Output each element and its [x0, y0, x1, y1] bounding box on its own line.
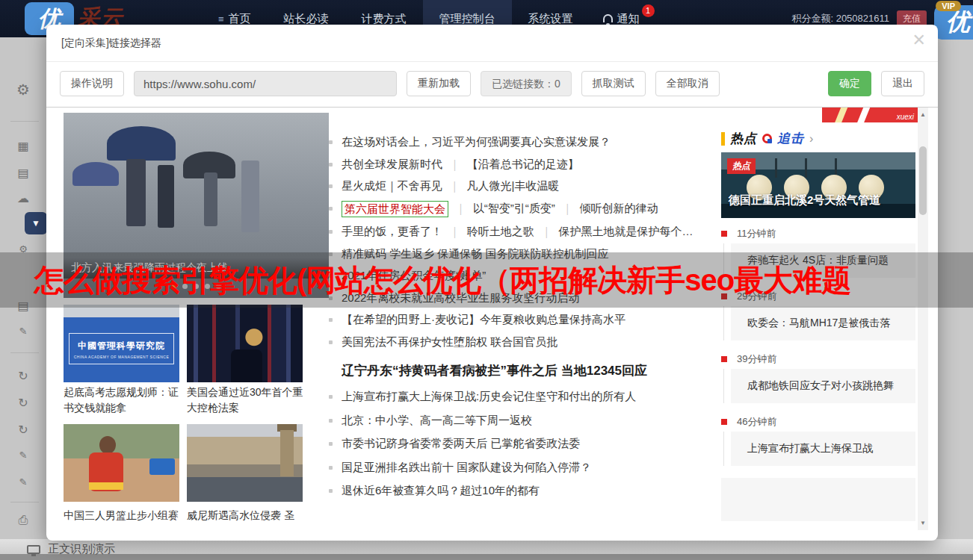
- person-shape: [126, 159, 146, 226]
- headline-item[interactable]: 美国宪法不再保护女性堕胎权 联合国官员批: [329, 335, 723, 350]
- timeline-news-card[interactable]: 成都地铁回应女子对小孩跳艳舞: [731, 369, 915, 403]
- headline-item[interactable]: 北京：中小学、高一高二等下周一返校: [329, 413, 723, 429]
- bullet-icon: [329, 442, 333, 446]
- edit-icon[interactable]: ✎: [0, 326, 46, 337]
- photo-card-venice[interactable]: [187, 424, 303, 502]
- promo-banner[interactable]: xuexi: [822, 107, 918, 122]
- bullet-icon: [329, 184, 333, 188]
- scroll-up-arrow[interactable]: ▲: [918, 111, 928, 118]
- headline-item[interactable]: 退休近6年被查算久吗？超过10年的都有: [329, 483, 723, 499]
- headline-item-highlighted[interactable]: 第六届世界智能大会｜以“智变”引“质变”｜倾听创新的律动: [329, 201, 723, 218]
- modal-title: [定向采集]链接选择器: [61, 37, 161, 50]
- banner-stroke: [834, 107, 850, 122]
- edit-icon[interactable]: ✎: [0, 476, 46, 488]
- bullet-icon: [329, 340, 333, 344]
- photo-caption[interactable]: 美国会通过近30年首个重大控枪法案: [187, 385, 305, 416]
- banner-text: xuexi: [897, 113, 914, 121]
- tower-shape: [280, 430, 294, 476]
- timeline-empty-card: [721, 478, 915, 521]
- photo-caption[interactable]: 起底高考志愿规划师：证书交钱就能拿: [64, 385, 182, 416]
- suit-shape: [231, 349, 262, 382]
- list-icon[interactable]: ▤: [0, 166, 46, 180]
- url-input[interactable]: [134, 71, 397, 96]
- separator: ｜: [455, 201, 466, 217]
- hot-card-caption: 德国正重启北溪2号天然气管道: [729, 193, 880, 208]
- photo-caption[interactable]: 威尼斯遇高水位侵袭 圣: [187, 508, 305, 523]
- exit-button[interactable]: 退出: [881, 71, 924, 96]
- bullet-icon: [329, 230, 333, 234]
- person-shape: [241, 161, 259, 232]
- mast-shape: [805, 158, 807, 178]
- separator: ｜: [541, 224, 552, 240]
- headline-item[interactable]: 国足亚洲排名跌出前十 国家队建设为何陷入停滞？: [329, 460, 723, 476]
- umbrella-shape: [72, 162, 119, 186]
- sync-icon[interactable]: ↻: [0, 423, 46, 437]
- timeline-dot: [721, 231, 727, 237]
- hot-pursuit-header[interactable]: 热点 追击 ›: [721, 130, 813, 147]
- cancel-all-button[interactable]: 全部取消: [655, 71, 720, 96]
- photo-card-academy[interactable]: 中國管理科學研究院 CHINA ACADEMY OF MANAGEMENT SC…: [64, 305, 179, 382]
- banner-stroke: [856, 107, 873, 122]
- person-shape: [204, 172, 217, 226]
- basketball-image: [64, 424, 179, 502]
- page-bottom-strip: [0, 539, 973, 554]
- printer-icon[interactable]: ⎙: [0, 514, 46, 527]
- bullet-icon: [329, 419, 333, 423]
- headline-item-featured[interactable]: 辽宁丹东“持黄码者看病被拦”事件之后 当地12345回应: [342, 362, 723, 379]
- headline-item[interactable]: 上海宣布打赢大上海保卫战:历史会记住坚守和付出的所有人: [329, 389, 723, 405]
- photo-caption[interactable]: 中国三人男篮止步小组赛: [64, 508, 182, 523]
- umbrella-shape: [107, 126, 176, 161]
- headline-item[interactable]: 手里的饭，更香了！｜聆听土地之歌｜保护黑土地就是保护每个…: [329, 224, 723, 240]
- photo-card-biden[interactable]: [187, 305, 303, 382]
- grab-test-button[interactable]: 抓取测试: [581, 71, 646, 96]
- help-button[interactable]: 操作说明: [60, 71, 124, 96]
- screen: 优 采云 自动文章采集器 ≡首页 站长必读 计费方式 管理控制台 系统设置 通知…: [0, 0, 973, 560]
- headline-item[interactable]: 星火成炬｜不舍再见｜凡人微光|丰收温暖: [329, 178, 723, 194]
- bullet-icon: [329, 207, 333, 211]
- timeline-news-card[interactable]: 欧委会：马航MH17是被俄击落: [731, 306, 915, 340]
- modal-toolbar: 操作说明 重新加载 已选链接数：0 抓取测试 全部取消 确定 退出: [60, 70, 924, 97]
- watermark-band: 怎么做搜索引擎优化(网站怎么优化（两招解决新手seo最大难题: [0, 252, 973, 308]
- notification-badge: 1: [642, 4, 655, 17]
- academy-sign-image: 中國管理科學研究院 CHINA ACADEMY OF MANAGEMENT SC…: [64, 305, 179, 382]
- sidebar-item-content-recognition-demo[interactable]: 正文识别演示: [27, 542, 115, 556]
- photo-card-basketball[interactable]: [64, 424, 179, 502]
- chevron-right-icon: ›: [809, 132, 813, 146]
- timeline-time: 46分钟前: [737, 415, 776, 429]
- page-bottom-bar: [0, 554, 973, 560]
- jersey-trim-shape: [89, 482, 123, 490]
- biden-image: [187, 305, 303, 382]
- target-icon: [762, 134, 772, 143]
- sync-icon[interactable]: ↻: [0, 369, 46, 383]
- timeline-news-card[interactable]: 上海宣布打赢大上海保卫战: [731, 432, 915, 466]
- reload-button[interactable]: 重新加载: [407, 71, 471, 96]
- close-icon[interactable]: ✕: [912, 31, 926, 50]
- vertical-scrollbar: ▲ ▼: [918, 108, 928, 530]
- edit-icon[interactable]: ✎: [0, 449, 46, 461]
- cloud-upload-icon[interactable]: ☁: [0, 191, 46, 205]
- vip-badge: VIP: [936, 1, 961, 11]
- academy-sign: 中國管理科學研究院 CHINA ACADEMY OF MANAGEMENT SC…: [69, 333, 175, 364]
- timeline-dot: [721, 356, 727, 362]
- chart-icon[interactable]: ▦: [0, 139, 46, 153]
- sync-icon[interactable]: ↻: [0, 396, 46, 410]
- timeline-item: 46分钟前 上海宣布打赢大上海保卫战: [721, 415, 915, 466]
- selected-link-highlight[interactable]: 第六届世界智能大会: [342, 201, 448, 218]
- settings-gear-icon[interactable]: ⚙: [0, 81, 46, 99]
- bullet-icon: [329, 489, 333, 493]
- confirm-button[interactable]: 确定: [828, 71, 871, 96]
- timeline-time: 39分钟前: [737, 352, 776, 366]
- headline-item[interactable]: 【在希望的田野上·麦收记】今年夏粮收购总量保持高水平: [329, 312, 723, 328]
- hot-news-card[interactable]: 热点 德国正重启北溪2号天然气管道: [721, 152, 915, 218]
- scroll-down-arrow[interactable]: ▼: [918, 520, 928, 526]
- scrollbar-thumb[interactable]: [919, 146, 927, 215]
- headline-item[interactable]: 市委书记跻身省委常委两天后 已掌舵省委政法委: [329, 436, 723, 452]
- headline-item[interactable]: 共创全球发展新时代｜【沿着总书记的足迹】: [329, 157, 723, 172]
- headline-item[interactable]: 在这场对话会上，习近平为何强调要真心实意谋发展？: [329, 134, 723, 150]
- separator: ｜: [449, 178, 460, 194]
- filter-icon[interactable]: ▼: [25, 212, 47, 234]
- bullet-icon: [329, 395, 333, 399]
- timeline-time: 11分钟前: [737, 227, 776, 240]
- headline-list: 在这场对话会上，习近平为何强调要真心实意谋发展？ 共创全球发展新时代｜【沿着总书…: [329, 134, 723, 507]
- hot-badge: 热点: [727, 158, 756, 174]
